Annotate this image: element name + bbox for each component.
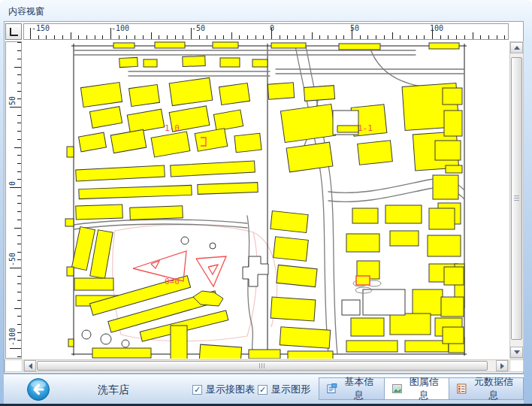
checkbox-box[interactable]: ✓ [258, 385, 268, 395]
right-arrow-icon [500, 363, 504, 369]
left-arrow-icon [29, 363, 32, 369]
horizontal-ruler: -150-100-500501001 [23, 23, 509, 40]
scrollbar-corner [5, 359, 23, 372]
scroll-up-button[interactable] [510, 42, 523, 53]
down-arrow-icon [514, 350, 520, 354]
scroll-right-button[interactable] [496, 360, 508, 371]
status-toolbar: 洗车店 ✓ 显示接图表 ✓ 显示图形 基本信息 [4, 374, 524, 404]
scroll-down-button[interactable] [510, 347, 523, 358]
back-button[interactable] [26, 377, 50, 401]
picture-icon [391, 383, 403, 395]
check-icon: ✓ [259, 386, 266, 394]
button-label: 图属信息 [406, 375, 442, 402]
window-title: 内容视窗 [8, 5, 44, 18]
scroll-left-button[interactable] [24, 360, 36, 371]
horizontal-scroll-thumb[interactable] [37, 361, 488, 371]
corner-icon [10, 28, 18, 36]
button-label: 基本信息 [341, 375, 377, 402]
map-sheet-label: 1-1 [358, 123, 373, 133]
checkbox-show-index-map[interactable]: ✓ 显示接图表 [192, 383, 255, 396]
map-panel: -150-100-500501001 500-50-100 1-01-10=0 [4, 21, 524, 374]
button-label: 元数据信息 [471, 375, 516, 402]
up-arrow-icon [514, 46, 520, 50]
scrollbar-corner [509, 359, 524, 372]
feature-name-label: 洗车店 [98, 383, 129, 397]
vertical-scroll-thumb[interactable] [511, 57, 522, 340]
ruler-corner-button[interactable] [5, 23, 22, 40]
check-icon: ✓ [194, 386, 201, 394]
attribute-info-button[interactable]: 图属信息 [384, 377, 450, 400]
checkbox-box[interactable]: ✓ [192, 385, 202, 395]
metadata-info-button[interactable]: 元数据信息 [449, 377, 524, 400]
info-button-strip: 基本信息 图属信息 元数据信息 [319, 377, 524, 400]
map-sheet-label: 1-0 [165, 123, 180, 133]
basic-info-button[interactable]: 基本信息 [319, 377, 385, 400]
checkbox-show-graphics[interactable]: ✓ 显示图形 [258, 383, 310, 396]
vertical-scrollbar[interactable] [509, 41, 524, 359]
checkbox-label: 显示接图表 [206, 383, 255, 396]
vertical-ruler: 500-50-100 [5, 41, 22, 359]
map-canvas: 1-01-10=0 [23, 41, 509, 359]
title-bar: 内容视窗 [0, 0, 532, 21]
metadata-list-icon [456, 383, 467, 395]
map-viewport[interactable]: 1-01-10=0 [23, 41, 509, 359]
grip-icon [514, 195, 519, 202]
content-window: 内容视窗 -150-100-500501001 500-50-100 1-01-… [0, 0, 532, 406]
back-arrow-icon [26, 377, 50, 401]
document-icon [326, 383, 337, 395]
grip-icon [259, 363, 266, 368]
map-sheet-label: 0=0 [165, 277, 180, 286]
checkbox-label: 显示图形 [271, 383, 310, 396]
horizontal-scrollbar[interactable] [23, 359, 509, 372]
